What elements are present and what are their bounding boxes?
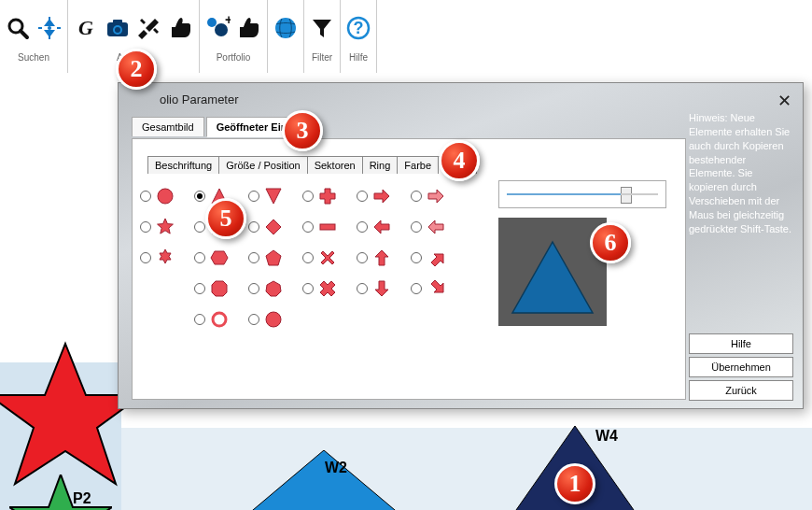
- dialog-hint: Hinweis: Neue Elemente erhalten Sie auch…: [689, 111, 793, 236]
- diamond-icon[interactable]: [263, 217, 284, 237]
- dialog-buttons: Hilfe Übernehmen Zurück: [689, 333, 793, 401]
- canvas-triangle-shape: [235, 450, 413, 510]
- wrench-icon[interactable]: [135, 14, 163, 42]
- arrow-upright-icon[interactable]: [426, 248, 446, 268]
- slider-thumb[interactable]: [621, 187, 632, 204]
- question-icon[interactable]: ?: [344, 14, 372, 42]
- svg-point-18: [266, 312, 281, 327]
- svg-point-2: [48, 26, 51, 30]
- shape-radio[interactable]: [411, 283, 422, 294]
- svg-rect-5: [113, 20, 122, 24]
- shape-radio[interactable]: [248, 283, 259, 294]
- svg-point-14: [158, 189, 173, 204]
- heptagon-icon[interactable]: [263, 278, 284, 299]
- star5-icon[interactable]: [155, 217, 175, 237]
- aim-icon[interactable]: [35, 14, 63, 42]
- arrow-left-light-icon[interactable]: [426, 217, 446, 237]
- canvas-label: P2: [73, 490, 91, 507]
- dots-plus-icon[interactable]: +: [203, 14, 231, 42]
- tab-sektoren[interactable]: Sektoren: [307, 156, 363, 174]
- thumb-up-icon[interactable]: [235, 14, 263, 42]
- dialog-title: olio Parameter: [160, 92, 239, 106]
- arrow-right-light-icon[interactable]: [426, 186, 446, 206]
- times-thick-icon[interactable]: [317, 278, 338, 299]
- minus-icon[interactable]: [317, 217, 338, 237]
- pentagon-icon[interactable]: [263, 248, 284, 268]
- times-thin-icon[interactable]: [317, 248, 338, 268]
- shape-radio[interactable]: [411, 221, 422, 233]
- size-slider[interactable]: [498, 180, 666, 208]
- shape-radio[interactable]: [194, 314, 205, 325]
- callout-badge-3: 3: [282, 110, 323, 151]
- arrow-right-icon[interactable]: [371, 186, 392, 206]
- hexagon-icon[interactable]: [209, 248, 230, 268]
- toolbar-group-portfolio: + Portfolio: [200, 0, 268, 73]
- back-button[interactable]: Zurück: [689, 380, 793, 401]
- shape-radio[interactable]: [140, 252, 151, 263]
- close-icon[interactable]: ✕: [777, 91, 791, 111]
- shape-radio[interactable]: [248, 314, 259, 325]
- svg-rect-16: [320, 224, 335, 230]
- tab-farbe[interactable]: Farbe: [397, 156, 439, 174]
- shape-radio[interactable]: [194, 283, 205, 294]
- help-button[interactable]: Hilfe: [689, 333, 793, 354]
- canvas-label: W2: [325, 460, 347, 476]
- circle-outline-icon[interactable]: [209, 309, 230, 330]
- shape-radio[interactable]: [357, 221, 368, 233]
- shape-radio[interactable]: [140, 221, 151, 233]
- thumb-plus-icon[interactable]: [167, 14, 195, 42]
- apply-button[interactable]: Übernehmen: [689, 357, 793, 377]
- globe-icon[interactable]: [272, 14, 300, 42]
- shape-radio[interactable]: [194, 252, 205, 263]
- tab-ring[interactable]: Ring: [362, 156, 399, 174]
- callout-badge-4: 4: [439, 140, 480, 181]
- toolbar-group-globe: [268, 0, 304, 73]
- svg-text:+: +: [225, 15, 231, 27]
- tab-gesamtbild[interactable]: Gesamtbild: [132, 117, 204, 136]
- shape-radio[interactable]: [302, 221, 314, 233]
- toolbar-label: Suchen: [18, 52, 49, 63]
- toolbar-label: Hilfe: [349, 52, 368, 63]
- arrow-downright-icon[interactable]: [426, 278, 446, 299]
- arrow-up-icon[interactable]: [371, 248, 392, 268]
- shape-radio[interactable]: [302, 283, 314, 294]
- search-icon[interactable]: [4, 14, 32, 42]
- arrow-left-icon[interactable]: [371, 217, 392, 237]
- g-icon[interactable]: G: [72, 14, 100, 42]
- shape-radio[interactable]: [194, 191, 205, 202]
- callout-badge-6: 6: [590, 222, 631, 263]
- callout-badge-2: 2: [116, 49, 157, 90]
- toolbar-label: Portfolio: [217, 52, 251, 63]
- shape-radio[interactable]: [357, 283, 368, 294]
- shape-radio[interactable]: [302, 252, 314, 263]
- octagon-icon[interactable]: [209, 278, 230, 299]
- camera-icon[interactable]: [104, 14, 132, 42]
- toolbar-group-suchen: Suchen: [0, 0, 68, 73]
- toolbar-group-filter: Filter: [304, 0, 341, 73]
- circle-fill-icon[interactable]: [155, 186, 175, 206]
- preview-area: [498, 180, 666, 326]
- portfolio-parameter-dialog: olio Parameter ✕ Gesamtbild Geöffneter E…: [118, 82, 804, 409]
- shape-radio[interactable]: [357, 252, 368, 263]
- svg-text:G: G: [78, 17, 93, 39]
- triangle-down-icon[interactable]: [263, 186, 284, 206]
- shape-radio[interactable]: [411, 191, 422, 202]
- svg-text:?: ?: [354, 19, 364, 37]
- callout-badge-1: 1: [554, 463, 595, 504]
- shape-radio[interactable]: [248, 252, 259, 263]
- shape-radio[interactable]: [357, 191, 368, 202]
- star6-icon[interactable]: [155, 248, 175, 268]
- funnel-icon[interactable]: [308, 14, 336, 42]
- shape-radio[interactable]: [411, 252, 422, 263]
- tab-groesse-position[interactable]: Größe / Position: [218, 156, 307, 174]
- arrow-down-icon[interactable]: [371, 278, 392, 299]
- svg-line-1: [21, 31, 27, 37]
- shape-radio[interactable]: [248, 221, 259, 233]
- shape-radio[interactable]: [248, 191, 259, 202]
- circle-fill-icon[interactable]: [263, 309, 284, 330]
- shape-radio[interactable]: [140, 191, 151, 202]
- tab-beschriftung[interactable]: Beschriftung: [147, 156, 219, 174]
- plus-icon[interactable]: [317, 186, 338, 206]
- shape-radio[interactable]: [302, 191, 314, 202]
- shape-radio[interactable]: [194, 221, 205, 233]
